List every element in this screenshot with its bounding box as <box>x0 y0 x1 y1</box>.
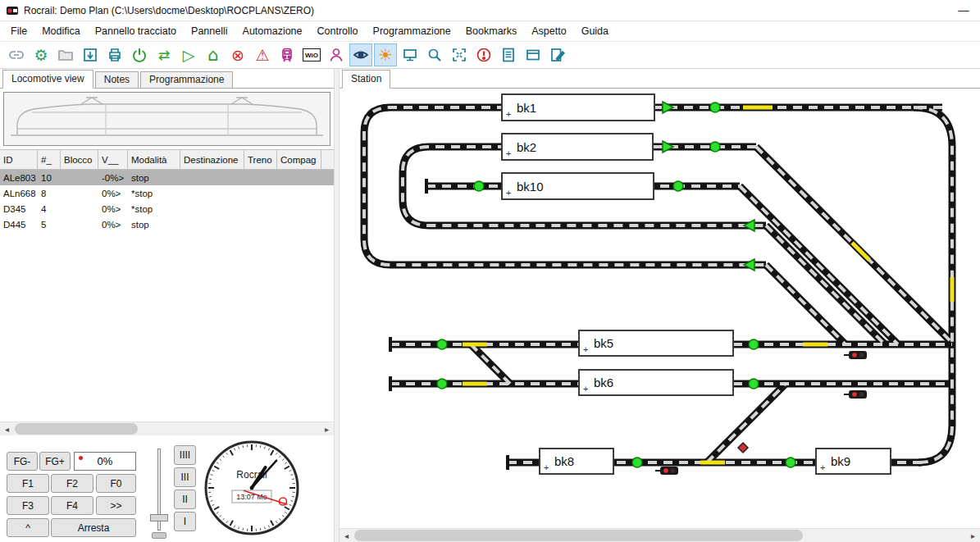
sensor-icon[interactable] <box>632 458 642 467</box>
more-functions-button[interactable]: >> <box>96 496 136 515</box>
slider-thumb[interactable] <box>150 514 168 522</box>
menu-aspetto[interactable]: Aspetto <box>524 21 573 41</box>
block-bk10[interactable]: +bk10 <box>501 172 654 200</box>
sensor-icon[interactable] <box>749 379 759 389</box>
signal-arrow-left-icon[interactable] <box>744 220 754 231</box>
step-3-button[interactable]: III <box>174 467 196 487</box>
f0-button[interactable]: F0 <box>96 474 136 493</box>
loco-row-ale803[interactable]: ALe80310-0%>stop <box>0 170 334 185</box>
sensor-icon[interactable] <box>749 339 759 349</box>
signal-arrow-left-icon[interactable] <box>744 259 754 271</box>
minimize-button[interactable]: — <box>947 0 980 20</box>
column-header-treno[interactable]: Treno <box>244 150 277 169</box>
column-header--[interactable]: #_ <box>38 150 61 169</box>
menu-bookmarks[interactable]: Bookmarks <box>458 21 525 41</box>
import-plan-button[interactable] <box>79 43 102 66</box>
menu-controllo[interactable]: Controllo <box>310 21 366 41</box>
menu-guida[interactable]: Guida <box>574 21 616 41</box>
plan-scroll-right-arrow-icon[interactable]: ▸ <box>966 529 980 542</box>
block-bk8[interactable]: +bk8 <box>539 448 614 475</box>
tab-station[interactable]: Station <box>342 70 390 89</box>
loco-row-d345[interactable]: D34540%>*stop <box>0 201 334 216</box>
track-plan-canvas[interactable]: +bk1+bk2+bk10+bk5+bk6+bk8+bk9 <box>340 89 980 528</box>
menu-file[interactable]: File <box>3 21 34 41</box>
throttle-slider[interactable] <box>148 447 170 539</box>
appearance-button[interactable]: ☀ <box>374 43 397 66</box>
column-header-v-[interactable]: V__ <box>98 150 128 169</box>
block-bk6[interactable]: +bk6 <box>578 369 734 396</box>
menu-pannelli[interactable]: Pannelli <box>184 21 235 41</box>
fg-minus-button[interactable]: FG- <box>7 452 38 471</box>
tab-programmazione[interactable]: Programmazione <box>140 71 233 89</box>
menu-automazione[interactable]: Automazione <box>235 21 310 41</box>
step-1-button[interactable]: I <box>174 512 196 531</box>
block-bk9[interactable]: +bk9 <box>815 448 891 475</box>
plan-scrollbar-thumb[interactable] <box>354 530 803 541</box>
f2-button[interactable]: F2 <box>51 474 93 493</box>
issues-button[interactable] <box>472 43 495 66</box>
step-2-button[interactable]: II <box>174 490 196 509</box>
f4-button[interactable]: F4 <box>51 496 93 515</box>
emergency-stop-button[interactable]: ⊗ <box>226 43 249 66</box>
sensor-icon[interactable] <box>710 102 720 112</box>
plan-scroll-left-arrow-icon[interactable]: ◂ <box>340 529 353 542</box>
view-options-button[interactable] <box>349 43 372 66</box>
home-button[interactable]: ⌂ <box>202 43 225 66</box>
sensor-icon[interactable] <box>437 339 447 349</box>
menu-modifica[interactable]: Modifica <box>34 21 88 41</box>
fg-plus-button[interactable]: FG+ <box>39 452 71 471</box>
signal-arrow-right-icon[interactable] <box>663 141 673 153</box>
plan-horizontal-scrollbar[interactable]: ◂ ▸ <box>340 528 980 542</box>
menu-programmazione[interactable]: Programmazione <box>366 21 458 41</box>
dwarf-signal-icon[interactable] <box>660 467 678 475</box>
panel-splitter[interactable] <box>334 69 340 542</box>
fullscreen-button[interactable] <box>448 43 471 66</box>
dwarf-signal-icon[interactable] <box>849 390 867 399</box>
sensor-icon[interactable] <box>474 181 484 191</box>
displays-button[interactable] <box>399 43 422 66</box>
sensor-icon[interactable] <box>437 379 447 389</box>
sensor-icon[interactable] <box>673 181 683 191</box>
scroll-left-arrow-icon[interactable]: ◂ <box>0 422 14 435</box>
trains-button[interactable] <box>276 43 299 66</box>
arresta-button[interactable]: Arresta <box>51 518 136 537</box>
loco-row-d445[interactable]: D44550%>stop <box>0 216 334 232</box>
step-4-button[interactable]: IIII <box>174 445 196 465</box>
left-horizontal-scrollbar[interactable]: ◂ ▸ <box>0 421 334 435</box>
left-scrollbar-thumb[interactable] <box>15 423 138 435</box>
tab-locomotive-view[interactable]: Locomotive view <box>2 70 93 89</box>
search-button[interactable] <box>423 43 446 66</box>
refresh-button[interactable]: ⇄ <box>153 43 175 66</box>
connect-button[interactable] <box>5 43 28 66</box>
direction-up-button[interactable]: ^ <box>7 518 49 537</box>
block-bk5[interactable]: +bk5 <box>578 330 734 357</box>
sensor-icon[interactable] <box>710 142 720 152</box>
panel-tray-button[interactable] <box>522 43 545 66</box>
f3-button[interactable]: F3 <box>7 496 49 515</box>
start-auto-button[interactable]: ▷ <box>177 43 200 66</box>
edit-button[interactable] <box>546 43 569 66</box>
column-header-destinazione[interactable]: Destinazione <box>180 150 244 169</box>
settings-button[interactable]: ⚙ <box>30 43 52 66</box>
f1-button[interactable]: F1 <box>7 474 49 493</box>
column-header-modalit-[interactable]: Modalità <box>128 150 180 169</box>
users-button[interactable] <box>325 43 348 66</box>
scroll-right-arrow-icon[interactable]: ▸ <box>320 422 334 435</box>
report-button[interactable] <box>497 43 520 66</box>
tab-notes[interactable]: Notes <box>95 71 139 89</box>
column-header-blocco[interactable]: Blocco <box>61 150 98 169</box>
loco-row-aln668[interactable]: ALn66880%>*stop <box>0 185 334 201</box>
signal-arrow-right-icon[interactable] <box>663 102 673 113</box>
block-bk2[interactable]: +bk2 <box>501 133 654 161</box>
open-folder-button[interactable] <box>54 43 77 66</box>
dwarf-signal-icon[interactable] <box>849 351 867 359</box>
diamond-signal-icon[interactable] <box>738 443 748 453</box>
menu-pannello-tracciato[interactable]: Pannello tracciato <box>88 21 184 41</box>
column-header-compag[interactable]: Compag <box>277 150 321 169</box>
print-button[interactable] <box>103 43 126 66</box>
sensor-icon[interactable] <box>786 458 795 467</box>
power-button[interactable] <box>128 43 151 66</box>
block-bk1[interactable]: +bk1 <box>501 93 655 121</box>
wio-button[interactable]: WiO <box>300 43 323 66</box>
alerts-button[interactable]: ⚠ <box>251 43 274 66</box>
